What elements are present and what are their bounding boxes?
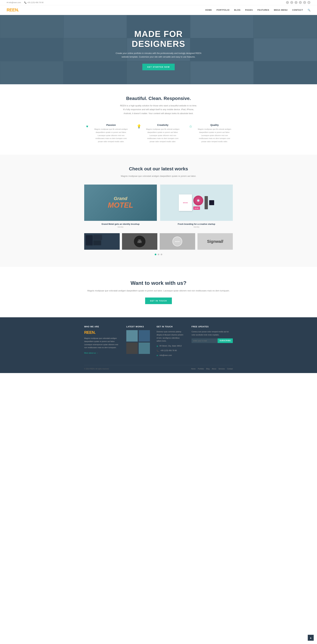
hero-title: MADE FOR DESIGNERS <box>112 29 205 49</box>
hero-subtitle: Create your online portfolio in minutes … <box>112 52 205 59</box>
site-logo[interactable]: REEN. <box>7 8 19 12</box>
portfolio-item-motel: Grand MOTEL Grand Motel gets an identity… <box>84 184 157 230</box>
cta-title: Want to work with us? <box>7 280 310 286</box>
subscribe-button[interactable]: SUBSCRIBE <box>218 338 233 343</box>
cta-section: Want to work with us? Magnis modipsae qu… <box>0 267 317 317</box>
footer-thumb-1[interactable] <box>126 330 138 342</box>
footer-col-contact: GET IN TOUCH Doloreur quia commoiu platm… <box>157 326 185 358</box>
nav-contact[interactable]: CONTACT <box>292 9 303 11</box>
portfolio-hover-overlay <box>84 184 157 221</box>
sign-text: Signwall <box>207 239 223 244</box>
footer-about-title: WHO WE ARE <box>84 326 120 328</box>
pinterest2-icon[interactable]: p <box>299 1 302 4</box>
facebook-icon[interactable]: f <box>286 1 289 4</box>
top-bar: ✉ info@reen.com 📞 +00 (123) 456 78 90 f … <box>0 0 317 5</box>
footer-thumb-4[interactable] <box>139 342 150 354</box>
portfolio-thumb-vinyl[interactable]: VINYLRECORDMOCKUP <box>122 233 158 250</box>
vinyl-record: VINYLRECORDMOCKUP <box>134 236 145 247</box>
feature-passion-content: Passion Magnis modipsae que lib volorati… <box>93 124 129 143</box>
footer-thumb-2[interactable] <box>139 330 150 342</box>
nav-mega-menu[interactable]: MEGA MENU <box>274 9 288 11</box>
footer-email: ✉ info@reen.com <box>157 354 185 357</box>
portfolio-thumb-stationery[interactable] <box>84 233 120 250</box>
stat-card <box>94 235 102 240</box>
footer-bottom-nav: Home Portfolio Blog About Services Conta… <box>191 368 233 370</box>
email-icon: ✉ <box>7 2 8 4</box>
footer-nav-services[interactable]: Services <box>218 368 225 370</box>
feature-passion: ♥ Passion Magnis modipsae que lib volora… <box>84 124 129 143</box>
portfolio-section: Check out our latest works Magnis modips… <box>0 155 317 267</box>
stat-cards <box>94 235 102 245</box>
footer-about-desc: Magnis modipsae que voloratati andigen d… <box>84 337 120 349</box>
footer-subscribe-form: SUBSCRIBE <box>191 338 233 343</box>
footer-more-link[interactable]: More about us → <box>84 352 98 354</box>
portfolio-dots <box>7 254 310 255</box>
stat-env <box>94 240 101 245</box>
stationery-mockup <box>84 233 120 247</box>
portfolio-brand-category: Identity <box>160 226 233 228</box>
feature-creativity: 💡 Creativity Magnis modipsae que lib vol… <box>136 124 181 143</box>
cta-text: Magnis modipsae que voloratati andigen d… <box>7 289 310 292</box>
footer-contact-title: GET IN TOUCH <box>157 326 185 328</box>
footer-nav-portfolio[interactable]: Portfolio <box>198 368 204 370</box>
dot-2[interactable] <box>158 254 159 255</box>
portfolio-item-brand: BRAND BLANK Fresh branding for a creativ… <box>160 184 233 230</box>
nav-pages[interactable]: PAGES <box>245 9 253 11</box>
feature-quality-title: Quality <box>196 124 233 126</box>
site-footer: WHO WE ARE REEN. Magnis modipsae que vol… <box>0 317 317 373</box>
phone-contact: 📞 +00 (123) 456 78 90 <box>24 2 44 4</box>
portfolio-thumb-signwall[interactable]: Signwall <box>197 233 233 250</box>
logo-dot: . <box>18 8 19 12</box>
footer-logo-dot: . <box>95 330 96 334</box>
footer-thumb-3[interactable] <box>126 342 138 354</box>
footer-nav-blog[interactable]: Blog <box>206 368 209 370</box>
stat-book <box>86 235 93 245</box>
footer-phone: 📞 +00 (123) 456 78 90 <box>157 349 185 352</box>
nav-features[interactable]: FEATURES <box>257 9 269 11</box>
feature-creativity-content: Creativity Magnis modipsae que lib volor… <box>144 124 181 143</box>
nav-blog[interactable]: BLOG <box>234 9 240 11</box>
hero-section: MADE FOR DESIGNERS Create your online po… <box>0 15 317 84</box>
quality-icon: ☆ <box>188 124 194 130</box>
feature-quality: ☆ Quality Magnis modipsae que lib volora… <box>188 124 233 143</box>
features-subtitle: REEN is a high-quality solution for thos… <box>119 104 198 115</box>
footer-nav-home[interactable]: Home <box>191 368 196 370</box>
portfolio-brand-title: Fresh branding for a creative startup <box>160 223 233 225</box>
instagram-icon[interactable]: ◉ <box>307 1 310 4</box>
main-nav: HOME PORTFOLIO BLOG PAGES FEATURES MEGA … <box>205 9 310 12</box>
footer-works-title: LATEST WORKS <box>126 326 150 328</box>
plus-icon[interactable]: g <box>303 1 306 4</box>
portfolio-motel-title: Grand Motel gets an identity brushup <box>84 223 157 225</box>
footer-nav-about[interactable]: About <box>212 368 216 370</box>
nav-portfolio[interactable]: PORTFOLIO <box>216 9 229 11</box>
portfolio-small-grid: VINYLRECORDMOCKUP BADGE Signwall <box>84 233 233 250</box>
twitter-icon[interactable]: t <box>294 1 297 4</box>
brand-cd-mock <box>193 196 203 206</box>
footer-logo[interactable]: REEN. <box>84 330 120 335</box>
feature-passion-title: Passion <box>93 124 129 126</box>
portfolio-motel-image[interactable]: Grand MOTEL <box>84 184 157 221</box>
address-icon: ⊕ <box>157 345 158 348</box>
footer-address: ⊕ 84 Street, City, State 34813 <box>157 344 185 348</box>
pinterest-icon[interactable]: p <box>290 1 293 4</box>
badge-circle: BADGE <box>172 236 182 246</box>
search-icon[interactable]: 🔍 <box>307 9 310 12</box>
vinyl-label-text: VINYLRECORDMOCKUP <box>138 240 142 243</box>
hero-cta-button[interactable]: GET STARTED NOW <box>142 64 175 70</box>
portfolio-motel-category: Identity <box>84 226 157 228</box>
footer-nav-contact[interactable]: Contact <box>227 368 233 370</box>
portfolio-thumb-badge[interactable]: BADGE <box>160 233 195 250</box>
cta-button[interactable]: GET IN TOUCH <box>145 298 172 304</box>
dot-1[interactable] <box>155 254 156 255</box>
subscribe-input[interactable] <box>191 338 218 343</box>
dot-3[interactable] <box>161 254 162 255</box>
social-links: f p t p g ◉ <box>286 1 310 4</box>
portfolio-brand-image[interactable]: BRAND BLANK <box>160 184 233 221</box>
site-header: REEN. HOME PORTFOLIO BLOG PAGES FEATURES… <box>0 5 317 15</box>
footer-col-about: WHO WE ARE REEN. Magnis modipsae que vol… <box>84 326 120 358</box>
footer-col-updates: FREE UPDATES Conecu iure posse volor rem… <box>191 326 233 358</box>
nav-home[interactable]: HOME <box>205 9 212 11</box>
portfolio-brand-info: Fresh branding for a creative startup Id… <box>160 221 233 230</box>
footer-works-grid <box>126 330 150 354</box>
feature-creativity-title: Creativity <box>144 124 181 126</box>
